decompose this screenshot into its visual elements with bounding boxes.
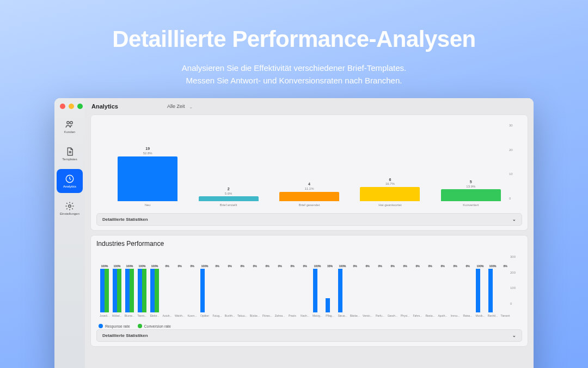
industry-x-label: Bücke... [248,314,261,319]
bar-x-label: Hat geantwortet [378,203,401,210]
bar-value-label: 100% [201,264,209,269]
response-bar [150,269,155,312]
industry-col: 0%Parfu... [374,255,386,319]
bar-col: 25.6%Brief erstellt [188,128,268,210]
detail-label: Detaillierte Statistiken [102,333,148,338]
minimize-icon[interactable] [69,104,74,109]
bar-value-label: 0% [165,264,169,269]
industry-x-label: Reise... [461,314,474,319]
industry-col: 0%Physi... [399,255,411,319]
sidebar-item-label: Templates [62,158,77,161]
close-icon[interactable] [60,104,65,109]
bar-col: 411.1%Brief gesendet [269,128,350,210]
industry-col: 0%Buchh... [224,255,236,319]
gear-icon [65,201,75,211]
industry-col: 100%Möbel... [111,255,123,319]
industry-col: 100%Musik... [474,255,486,319]
conversion-bar [155,269,159,312]
status-chart-card: 1952.8%Neu25.6%Brief erstellt411.1%Brief… [90,114,528,231]
industries-chart-card: Industries Performance 100%Juweli...100%… [90,235,528,347]
industry-col: 0%Bäcke... [349,255,361,319]
industry-col: 0%Resta... [424,255,436,319]
hero-title: Detaillierte Performance-Analysen [0,0,588,52]
detail-expand-row[interactable]: Detaillierte Statistiken ⌄ [96,213,522,226]
svg-point-0 [67,122,70,124]
industry-col: 100%Blume... [124,255,136,319]
response-bar [113,269,117,312]
time-filter-select[interactable]: Alle Zeit [167,104,193,109]
doc-icon [65,147,75,156]
sidebar-item-templates[interactable]: Templates [57,142,83,166]
response-bar [338,269,342,312]
bar-value-label: 0% [228,264,231,269]
bar-value-label: 100% [477,264,484,269]
industry-col: 100%Optiker [199,255,211,319]
bar-value-label: 100% [126,264,133,269]
svg-point-3 [69,205,71,208]
sidebar-item-label: Analytics [63,185,76,188]
industry-col: 100%Elektr... [149,255,161,319]
bar-value-label: 0% [265,264,269,269]
industry-x-label: Fotog... [211,314,224,319]
bar-value-label: 0% [278,264,281,269]
industry-x-label: Gesch... [386,314,399,319]
bar-value-label: 513.9% [466,180,475,188]
industry-col: 0%Immo... [449,255,461,319]
bar [199,196,259,201]
response-bar [326,298,330,312]
bar-value-label: 0% [403,264,407,269]
industry-col: 100%Tanzs... [136,255,148,319]
main-content: Analytics Alle Zeit 1952.8%Neu25.6%Brief… [85,98,534,368]
response-bar [138,269,142,312]
bar-value-label: 0% [303,264,307,269]
maximize-icon[interactable] [77,104,83,109]
industry-col: 100%Juweli... [99,255,111,319]
bar-value-label: 100% [114,264,121,269]
industry-col: 0%Zahna... [274,255,286,319]
sidebar-item-analytics[interactable]: Analytics [57,169,83,193]
bar-col: 513.9%Konvertiert [431,128,511,210]
industry-col: 0%Versic... [362,255,373,319]
industry-col: 0%Bücke... [249,255,261,319]
bar-value-label: 100% [139,264,146,269]
page-title: Analytics [91,103,118,110]
bar-value-label: 0% [177,264,181,269]
industry-x-label: Möbel... [111,314,124,319]
industry-col: 0%Fotog... [211,255,223,319]
industry-col: 0%Fitnes... [261,255,273,319]
bar [360,187,420,201]
industry-x-label: Apoth... [436,314,449,319]
conversion-bar [142,269,146,312]
industry-x-label: Versic... [361,314,374,319]
chevron-down-icon: ⌄ [512,333,516,338]
industry-x-label: Musik... [474,314,487,319]
legend-label: Response rate [105,324,130,328]
industry-x-label: Kosm... [186,314,199,319]
sidebar-item-label: Kunden [64,130,76,134]
legend-label: Conversion rate [144,324,171,328]
sidebar-item-einstellungen[interactable]: Einstellungen [57,196,83,220]
bar-value-label: 33% [327,264,333,269]
industry-col: 0%Fahrs... [412,255,424,319]
bar [118,156,177,201]
industry-col: 100%Metzg... [311,255,323,319]
response-bar [125,269,130,312]
bar-value-label: 0% [190,264,194,269]
industry-x-label: Immo... [449,314,462,319]
detail-expand-row[interactable]: Detaillierte Statistiken ⌄ [96,329,522,342]
sidebar-item-kunden[interactable]: Kunden [57,114,83,138]
industry-col: 0%Reise... [462,255,474,319]
bar-value-label: 25.6% [225,187,232,195]
industry-x-label: Weinh... [173,314,186,319]
hero-sub-line1: Analysieren Sie die Effektivität verschi… [0,62,588,75]
industry-x-label: Fahrs... [411,314,424,319]
bar-value-label: 0% [390,264,394,269]
industry-col: 33%Pflag... [324,255,336,319]
bar-col: 1952.8%Neu [107,128,188,210]
industry-col: 0%Gesch... [387,255,399,319]
bar-x-label: Konvertiert [463,203,479,210]
chevron-down-icon: ⌄ [512,217,516,222]
industry-x-label: Blume... [123,314,136,319]
industry-col: 0%Praxis [286,255,298,319]
app-window: Kunden Templates Analytics Einstellungen… [54,98,534,368]
